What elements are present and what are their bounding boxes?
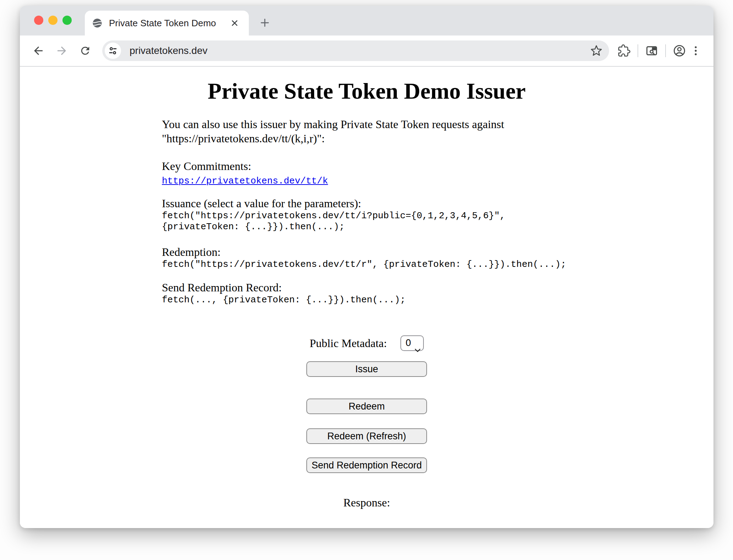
url-bar[interactable]: privatetokens.dev xyxy=(102,40,609,61)
url-text: privatetokens.dev xyxy=(130,45,589,56)
send-redemption-record-section: Send Redemption Record: fetch(..., {priv… xyxy=(162,280,571,306)
page-body-text: You can also use this issuer by making P… xyxy=(162,117,571,306)
public-metadata-row: Public Metadata: 0 xyxy=(20,335,713,351)
intro-line2: "https://privatetokens.dev/tt/(k,i,r)": xyxy=(162,132,325,145)
demo-form: Public Metadata: 0 Issue Redeem Redeem (… xyxy=(20,335,713,510)
star-icon xyxy=(590,45,602,57)
close-window-button[interactable] xyxy=(34,16,43,25)
public-metadata-label: Public Metadata: xyxy=(310,337,387,350)
issue-button[interactable]: Issue xyxy=(306,361,427,377)
three-dots-icon xyxy=(690,45,702,57)
toolbar-divider xyxy=(638,44,638,57)
profile-button[interactable] xyxy=(671,42,688,59)
key-commitments-link[interactable]: https://privatetokens.dev/tt/k xyxy=(162,176,328,186)
key-commitments-label: Key Commitments: xyxy=(162,159,571,173)
arrow-right-icon xyxy=(55,44,68,57)
zoom-window-button[interactable] xyxy=(62,16,72,25)
tab-title: Private State Token Demo xyxy=(109,18,228,29)
extensions-button[interactable] xyxy=(616,42,633,59)
search-side-panel-button[interactable] xyxy=(643,42,660,59)
public-metadata-select-wrap: 0 xyxy=(400,335,424,351)
redemption-label: Redemption: xyxy=(162,245,571,259)
plus-icon xyxy=(259,17,270,28)
puzzle-icon xyxy=(618,44,630,57)
issuance-code-line2: {privateToken: {...}}).then(...); xyxy=(162,221,571,232)
public-metadata-select[interactable]: 0 xyxy=(400,335,424,351)
response-label: Response: xyxy=(20,495,713,510)
key-commitments-section: Key Commitments: https://privatetokens.d… xyxy=(162,159,571,188)
new-tab-button[interactable] xyxy=(257,15,273,31)
toolbar-divider xyxy=(665,44,666,57)
redemption-section: Redemption: fetch("https://privatetokens… xyxy=(162,245,571,270)
tab-strip: Private State Token Demo xyxy=(20,6,713,35)
browser-window: Private State Token Demo xyxy=(20,6,713,528)
issuance-section: Issuance (select a value for the paramet… xyxy=(162,196,571,232)
tab-close-icon[interactable] xyxy=(228,16,242,30)
redemption-code: fetch("https://privatetokens.dev/tt/r", … xyxy=(162,259,571,270)
intro-line1: You can also use this issuer by making P… xyxy=(162,118,504,131)
page-title: Private State Token Demo Issuer xyxy=(20,79,713,104)
browser-toolbar: privatetokens.dev xyxy=(20,35,713,67)
back-button[interactable] xyxy=(30,42,47,59)
browser-tab[interactable]: Private State Token Demo xyxy=(85,11,249,35)
minimize-window-button[interactable] xyxy=(48,16,58,25)
arrow-left-icon xyxy=(32,44,45,57)
side-panel-search-icon xyxy=(645,44,658,57)
account-circle-icon xyxy=(673,44,686,57)
redeem-refresh-button[interactable]: Redeem (Refresh) xyxy=(306,428,427,444)
redeem-button[interactable]: Redeem xyxy=(306,399,427,414)
issuance-label: Issuance (select a value for the paramet… xyxy=(162,196,571,210)
toolbar-actions xyxy=(616,42,704,59)
send-redemption-record-label: Send Redemption Record: xyxy=(162,280,571,295)
issuance-code-line1: fetch("https://privatetokens.dev/tt/i?pu… xyxy=(162,210,571,221)
reload-button[interactable] xyxy=(77,42,94,59)
send-redemption-record-button[interactable]: Send Redemption Record xyxy=(306,457,427,473)
send-redemption-record-code: fetch(..., {privateToken: {...}}).then(.… xyxy=(162,295,571,306)
bookmark-star-button[interactable] xyxy=(589,43,604,59)
menu-button[interactable] xyxy=(688,42,704,59)
page-content: Private State Token Demo Issuer You can … xyxy=(20,67,713,527)
window-controls xyxy=(34,16,72,25)
globe-favicon xyxy=(92,18,103,28)
site-settings-icon[interactable] xyxy=(105,43,121,59)
intro-paragraph: You can also use this issuer by making P… xyxy=(162,117,571,146)
reload-icon xyxy=(79,45,91,57)
forward-button[interactable] xyxy=(53,42,70,59)
